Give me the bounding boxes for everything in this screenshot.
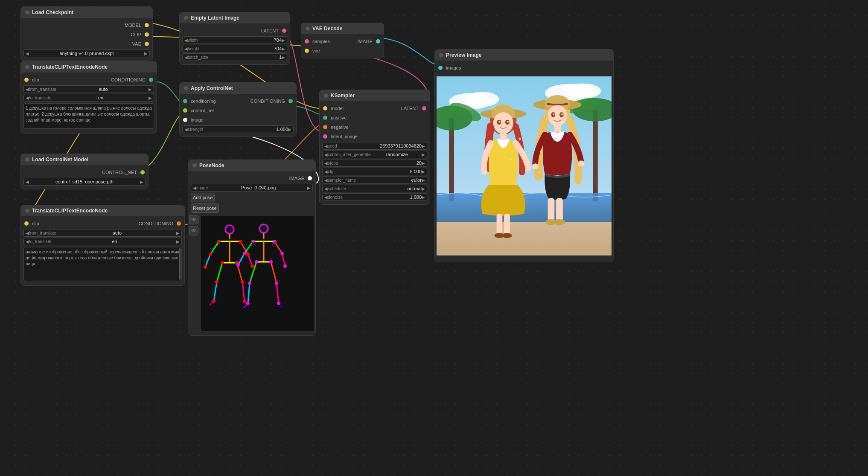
ksampler-node: KSampler model LATENT positive [319, 90, 430, 205]
width-right[interactable]: ▶ [282, 38, 285, 43]
image-out-port[interactable] [308, 176, 312, 180]
svg-rect-49 [202, 216, 313, 331]
to-translate-right-2[interactable]: ▶ [176, 239, 180, 244]
batch-size-field[interactable]: ◀ batch_size 1 ▶ [182, 53, 287, 61]
ckpt-left-arrow[interactable]: ◀ [26, 51, 29, 56]
conditioning-out-port-2[interactable] [177, 221, 181, 226]
clip-in-port[interactable] [24, 78, 29, 82]
denoise-field[interactable]: ◀ denoise 1.000 ▶ [322, 193, 427, 201]
from-translate-field[interactable]: ◀ from_translate auto ▶ [23, 85, 154, 93]
from-translate-right-2[interactable]: ▶ [176, 231, 180, 235]
svg-rect-25 [497, 214, 503, 235]
control-net-name-field[interactable]: ◀ control_sd15_openpose.pth ▶ [23, 178, 146, 186]
denoise-left[interactable]: ◀ [324, 195, 328, 200]
control-after-generate-field[interactable]: ◀ control_after_generate randomize ▶ [322, 151, 427, 158]
pose-image-label: image [196, 186, 208, 190]
vae-in-port[interactable] [305, 49, 309, 53]
steps-left[interactable]: ◀ [324, 161, 328, 165]
pose-image-right[interactable]: ▶ [307, 186, 311, 190]
model-port[interactable] [145, 23, 149, 27]
seed-left[interactable]: ◀ [324, 144, 328, 148]
scheduler-right[interactable]: ▶ [422, 186, 425, 191]
positive-in-port[interactable] [323, 116, 327, 120]
latent-image-in-port[interactable] [323, 134, 327, 139]
from-translate-left-2[interactable]: ◀ [26, 231, 29, 235]
strength-left[interactable]: ◀ [184, 127, 188, 132]
batch-size-right[interactable]: ▶ [282, 55, 285, 60]
svg-point-23 [507, 124, 513, 126]
vae-label: VAE [132, 41, 141, 46]
translate-clip-1-text[interactable]: 1 девушка на голове соломенная шляпа рыж… [23, 103, 154, 129]
eye-button-2[interactable]: 👁 [189, 226, 198, 235]
images-in-row: images [435, 63, 613, 73]
cfg-right[interactable]: ▶ [422, 169, 425, 174]
width-label: width [188, 38, 198, 43]
reset-pose-button[interactable]: Reset pose [191, 203, 219, 213]
translate-clip-2-body: clip CONDITIONING ◀ from_translate auto … [21, 216, 184, 285]
steps-field[interactable]: ◀ steps 20 ▶ [322, 159, 427, 167]
canvas[interactable]: Load Checkpoint MODEL CLIP VAE [0, 0, 868, 476]
height-left[interactable]: ◀ [184, 46, 188, 51]
to-translate-right[interactable]: ▶ [149, 96, 152, 100]
denoise-right[interactable]: ▶ [422, 195, 425, 200]
samples-in-port[interactable] [305, 39, 309, 44]
svg-point-98 [255, 260, 258, 264]
svg-point-37 [548, 116, 553, 119]
svg-point-94 [243, 252, 246, 255]
cag-right[interactable]: ▶ [422, 152, 425, 157]
height-right[interactable]: ▶ [282, 46, 285, 51]
steps-right[interactable]: ▶ [422, 161, 425, 165]
ckpt-right-arrow[interactable]: ▶ [144, 51, 148, 56]
strength-field[interactable]: ◀ strength 1.000 ▶ [182, 125, 294, 133]
control-net-name-left[interactable]: ◀ [26, 180, 29, 184]
control-net-out-port[interactable] [140, 170, 145, 174]
to-translate-field-2[interactable]: ◀ to_translate en ▶ [23, 238, 182, 245]
cfg-field[interactable]: ◀ cfg 8.000 ▶ [322, 168, 427, 175]
image-in-port[interactable] [183, 118, 187, 122]
image-out-port[interactable] [376, 39, 380, 44]
scheduler-field[interactable]: ◀ scheduler normal ▶ [322, 185, 427, 192]
scheduler-left[interactable]: ◀ [324, 186, 328, 191]
from-translate-right[interactable]: ▶ [149, 87, 152, 92]
conditioning-out-label: CONDITIONING [111, 77, 146, 82]
images-in-port[interactable] [438, 66, 443, 70]
width-field[interactable]: ◀ width 704 ▶ [182, 36, 287, 44]
add-pose-button[interactable]: Add pose [191, 193, 215, 202]
conditioning-in-port[interactable] [183, 99, 187, 103]
svg-point-4 [564, 84, 601, 99]
conditioning-out-port-3[interactable] [288, 99, 293, 103]
latent-out-port[interactable] [282, 29, 286, 33]
translate-clip-2-text[interactable]: размытое изображение обезображенный пере… [23, 247, 182, 281]
seed-field[interactable]: ◀ seed 2693379110094820 ▶ [322, 142, 427, 150]
pose-canvas[interactable] [201, 216, 314, 331]
model-in-port[interactable] [323, 106, 327, 110]
clip-port[interactable] [145, 32, 149, 37]
to-translate-field[interactable]: ◀ to_translate en ▶ [23, 94, 154, 102]
width-left[interactable]: ◀ [184, 38, 188, 43]
strength-right[interactable]: ▶ [288, 127, 291, 132]
to-translate-left[interactable]: ◀ [26, 96, 29, 100]
to-translate-left-2[interactable]: ◀ [26, 239, 29, 244]
control-net-in-port[interactable] [183, 108, 187, 113]
sampler-name-left[interactable]: ◀ [324, 178, 328, 183]
pose-image-field[interactable]: ◀ image Pose_0 (34).png ▶ [191, 184, 313, 192]
latent-out-port-2[interactable] [422, 106, 426, 110]
ckpt-name-field[interactable]: ◀ anything-v4.0-pruned.ckpt ▶ [23, 49, 150, 57]
eye-button-1[interactable]: 👁 [189, 215, 198, 224]
from-translate-left[interactable]: ◀ [26, 87, 29, 92]
pose-image-left[interactable]: ◀ [193, 186, 196, 190]
clip-in-port-2[interactable] [24, 221, 29, 226]
vae-port[interactable] [145, 42, 149, 46]
sampler-name-right[interactable]: ▶ [422, 178, 425, 183]
sampler-name-field[interactable]: ◀ sampler_name euler ▶ [322, 176, 427, 184]
from-translate-field-2[interactable]: ◀ from_translate auto ▶ [23, 229, 182, 237]
batch-size-left[interactable]: ◀ [184, 55, 188, 60]
height-field[interactable]: ◀ height 704 ▶ [182, 45, 287, 52]
negative-in-port[interactable] [323, 125, 327, 129]
seed-right[interactable]: ▶ [422, 144, 425, 148]
control-net-name-right[interactable]: ▶ [140, 180, 143, 184]
vae-in-row: vae [301, 46, 384, 55]
cag-left[interactable]: ◀ [324, 152, 328, 157]
cfg-left[interactable]: ◀ [324, 169, 328, 174]
conditioning-out-port[interactable] [149, 78, 153, 82]
